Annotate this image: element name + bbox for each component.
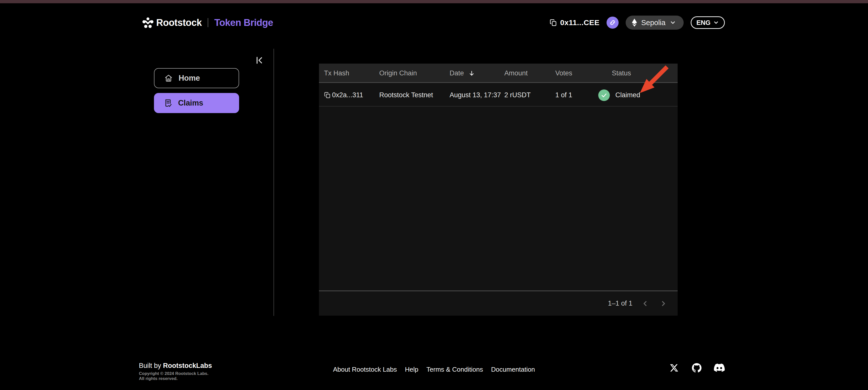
language-selector[interactable]: ENG [691,16,725,29]
table-header-row: Tx Hash Origin Chain Date Amount Votes S… [319,64,678,83]
app-logo[interactable]: Rootstock Token Bridge [142,15,273,30]
column-header-votes[interactable]: Votes [555,64,572,83]
sidebar-item-home[interactable]: Home [154,68,239,88]
chevron-down-icon [713,20,719,26]
sidebar-item-label: Claims [178,98,203,108]
chevron-right-icon [659,300,667,307]
logo-divider [208,18,208,27]
footer-link-about[interactable]: About Rootstock Labs [333,366,397,373]
footer-social-icons [669,362,725,373]
copy-icon [324,92,331,98]
link-icon [609,19,616,26]
cell-origin-chain: Rootstock Testnet [379,84,433,107]
wallet-address[interactable]: 0x11...CEE [560,18,599,27]
footer-link-help[interactable]: Help [405,366,418,373]
cell-amount: 2 rUSDT [504,84,531,107]
pagination-label: 1–1 of 1 [608,291,632,316]
cell-date: August 13, 17:37 [450,84,501,107]
wallet-address-button[interactable]: 0x11...CEE [550,18,599,27]
tx-copy-button[interactable] [324,84,331,107]
token-bridge-app: Rootstock Token Bridge 0x11...CEE [0,0,868,390]
x-twitter-icon[interactable] [669,362,680,373]
column-header-tx-hash[interactable]: Tx Hash [324,64,349,83]
home-icon [164,73,173,83]
sidebar-item-label: Home [179,73,200,83]
chevron-down-icon [670,19,676,26]
column-header-amount[interactable]: Amount [504,64,528,83]
product-name: Token Bridge [214,17,273,28]
sidebar-item-claims[interactable]: Claims [154,93,239,113]
table-row[interactable]: 0x2a...311 Rootstock Testnet August 13, … [319,84,678,107]
claims-document-icon [163,98,173,108]
github-icon[interactable] [691,362,702,373]
cell-votes: 1 of 1 [555,84,572,107]
cell-tx-hash[interactable]: 0x2a...311 [332,84,363,107]
network-name: Sepolia [641,19,665,27]
footer-link-terms[interactable]: Terms & Conditions [427,366,483,373]
brand-name: Rootstock [156,17,202,28]
column-header-date[interactable]: Date [450,64,475,83]
wallet-connect-button[interactable] [607,17,619,29]
cell-status: Claimed [598,84,640,107]
sort-descending-icon[interactable] [468,70,475,77]
status-claimed-icon [598,89,610,101]
footer-link-documentation[interactable]: Documentation [491,366,535,373]
claims-table: Tx Hash Origin Chain Date Amount Votes S… [319,64,678,316]
copy-icon[interactable] [550,19,557,26]
collapse-left-icon [255,56,264,65]
network-selector[interactable]: Sepolia [626,16,684,30]
column-header-origin-chain[interactable]: Origin Chain [379,64,417,83]
chevron-left-icon [641,300,649,307]
status-label: Claimed [615,91,640,99]
discord-icon[interactable] [714,362,725,373]
pagination-prev-button[interactable] [641,299,650,308]
sidebar-collapse-button[interactable] [255,56,264,65]
sidebar-divider [274,49,274,316]
footer-links: About Rootstock Labs Help Terms & Condit… [0,366,868,373]
pagination-next-button[interactable] [658,299,668,308]
browser-top-strip [0,0,868,3]
language-selected: ENG [696,19,711,27]
header-actions: 0x11...CEE Sepolia ENG [550,14,725,31]
ethereum-icon [632,18,637,27]
rootstock-logo-icon [142,17,154,28]
check-icon [600,92,608,99]
table-footer: 1–1 of 1 [319,291,678,316]
column-header-status[interactable]: Status [612,64,631,83]
